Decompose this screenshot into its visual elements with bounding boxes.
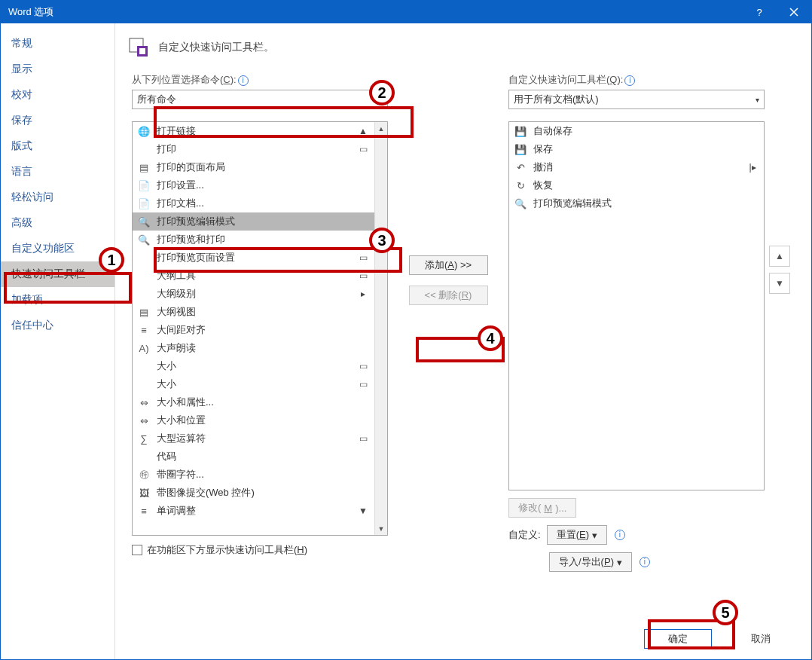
command-list-item[interactable]: ≡单词调整▼: [133, 502, 374, 520]
sidebar-item[interactable]: 显示: [1, 57, 114, 82]
item-label: 代码: [157, 450, 350, 463]
cancel-button[interactable]: 取消: [727, 629, 795, 649]
customize-qat-label: 自定义快速访问工具栏(Q):i: [508, 73, 765, 87]
scroll-down-icon[interactable]: ▼: [375, 522, 388, 535]
chevron-down-icon: ▾: [592, 530, 597, 541]
item-label: 恢复: [533, 179, 740, 192]
sidebar-item[interactable]: 高级: [1, 210, 114, 236]
checkbox-label: 在功能区下方显示快速访问工具栏(H): [147, 543, 307, 557]
commands-listbox[interactable]: 🌐打开链接▲打印▭▤打印的页面布局📄打印设置...📄打印文档...🔍打印预览编辑…: [132, 121, 388, 536]
titlebar[interactable]: Word 选项 ?: [1, 1, 811, 23]
item-label: 大小: [157, 359, 350, 373]
item-icon: ≡: [137, 325, 151, 336]
command-list-item[interactable]: ≡大间距对齐: [133, 321, 374, 339]
sidebar: 常规显示校对保存版式语言轻松访问高级自定义功能区快速访问工具栏加载项信任中心: [1, 23, 115, 659]
item-label: 保存: [533, 142, 740, 156]
item-icon: ▤: [137, 162, 151, 173]
callout-4: 4: [478, 325, 503, 351]
modify-button[interactable]: 修改(M)...: [508, 498, 576, 518]
move-down-button[interactable]: ▼: [769, 273, 790, 294]
item-label: 大纲视图: [157, 305, 350, 319]
item-right-glyph: ▸: [356, 289, 370, 299]
command-list-item[interactable]: ⇔大小和属性...: [133, 393, 374, 411]
scrollbar[interactable]: ▲ ▼: [374, 122, 387, 535]
item-label: 大间距对齐: [157, 323, 350, 337]
close-button[interactable]: [777, 1, 811, 23]
command-list-item[interactable]: ⇔大小和位置: [133, 411, 374, 429]
item-icon: 🔍: [514, 198, 527, 209]
qat-list-item[interactable]: 🔍打印预览编辑模式: [509, 194, 764, 212]
command-list-item[interactable]: 大纲级别▸: [133, 285, 374, 303]
item-label: 大小: [157, 377, 350, 391]
show-below-ribbon-checkbox[interactable]: 在功能区下方显示快速访问工具栏(H): [132, 543, 388, 557]
command-list-item[interactable]: A)大声朗读: [133, 339, 374, 357]
item-label: 大小和位置: [157, 414, 350, 427]
item-icon: 📄: [137, 198, 151, 209]
command-list-item[interactable]: ▤大纲视图: [133, 303, 374, 321]
help-button[interactable]: ?: [742, 1, 777, 23]
qat-scope-dropdown[interactable]: 用于所有文档(默认) ▾: [508, 90, 765, 109]
item-icon: 📄: [137, 180, 151, 191]
window-title: Word 选项: [8, 5, 742, 19]
command-list-item[interactable]: 大小▭: [133, 357, 374, 375]
item-label: 带圈字符...: [157, 468, 350, 481]
move-up-button[interactable]: ▲: [769, 246, 790, 267]
remove-button[interactable]: << 删除(R): [409, 286, 488, 305]
qat-list-item[interactable]: ↶撤消|▸: [509, 158, 764, 176]
command-list-item[interactable]: 📄打印文档...: [133, 194, 374, 212]
item-right-glyph: ▭: [356, 433, 370, 444]
item-icon: ▤: [137, 307, 151, 318]
sidebar-item[interactable]: 语言: [1, 159, 114, 185]
item-right-glyph: ▭: [356, 361, 370, 371]
item-label: 大纲级别: [157, 287, 350, 301]
command-list-item[interactable]: ㊕带圈字符...: [133, 466, 374, 484]
command-list-item[interactable]: 🔍打印预览编辑模式: [133, 212, 374, 231]
add-button[interactable]: 添加(A) >>: [409, 255, 488, 275]
command-list-item[interactable]: 打印▭: [133, 140, 374, 158]
sidebar-item[interactable]: 常规: [1, 31, 114, 57]
command-list-item[interactable]: 🖼带图像提交(Web 控件): [133, 484, 374, 502]
sidebar-item[interactable]: 信任中心: [1, 313, 114, 338]
command-list-item[interactable]: 代码: [133, 448, 374, 466]
qat-icon: [128, 37, 151, 58]
sidebar-item[interactable]: 轻松访问: [1, 185, 114, 210]
redbox-2: [154, 106, 414, 138]
redbox-3: [154, 247, 402, 273]
item-label: 大小和属性...: [157, 396, 350, 409]
sidebar-item[interactable]: 保存: [1, 108, 114, 133]
close-icon: [789, 8, 798, 17]
item-icon: ↶: [514, 162, 527, 173]
reset-dropdown-button[interactable]: 重置(E) ▾: [547, 525, 607, 545]
item-icon: A): [137, 343, 151, 354]
info-icon[interactable]: i: [615, 530, 625, 540]
item-icon: 🖼: [137, 487, 151, 499]
sidebar-item[interactable]: 自定义功能区: [1, 236, 114, 261]
qat-list-item[interactable]: 💾自动保存: [509, 122, 764, 140]
sidebar-item[interactable]: 版式: [1, 133, 114, 159]
command-list-item[interactable]: 🔍打印预览和打印: [133, 231, 374, 249]
import-export-dropdown-button[interactable]: 导入/导出(P) ▾: [549, 552, 632, 572]
qat-list-item[interactable]: ↻恢复: [509, 176, 764, 194]
item-icon: ∑: [137, 433, 151, 445]
qat-list-item[interactable]: 💾保存: [509, 140, 764, 158]
info-icon[interactable]: i: [640, 557, 650, 567]
info-icon[interactable]: i: [238, 75, 249, 86]
item-label: 单词调整: [157, 504, 350, 518]
item-label: 打印预览和打印: [157, 233, 350, 246]
item-icon: ↻: [514, 180, 527, 191]
item-right-glyph: |▸: [746, 162, 759, 173]
command-list-item[interactable]: ▤打印的页面布局: [133, 158, 374, 176]
info-icon[interactable]: i: [624, 75, 635, 86]
choose-from-label: 从下列位置选择命令(C):i: [132, 73, 388, 87]
item-icon: 💾: [514, 144, 527, 155]
command-list-item[interactable]: 📄打印设置...: [133, 176, 374, 194]
item-label: 大声朗读: [157, 341, 350, 355]
item-icon: ⇔: [137, 397, 151, 408]
item-icon: ⇔: [137, 415, 151, 426]
item-label: 带图像提交(Web 控件): [157, 486, 350, 500]
command-list-item[interactable]: 大小▭: [133, 375, 374, 393]
qat-listbox[interactable]: 💾自动保存💾保存↶撤消|▸↻恢复🔍打印预览编辑模式: [508, 121, 765, 490]
command-list-item[interactable]: ∑大型运算符▭: [133, 429, 374, 448]
sidebar-item[interactable]: 校对: [1, 82, 114, 108]
item-label: 打印设置...: [157, 179, 350, 192]
